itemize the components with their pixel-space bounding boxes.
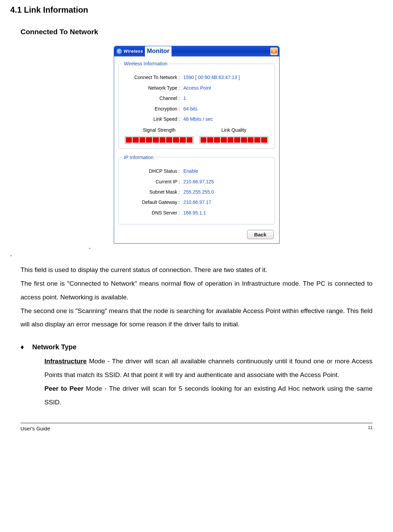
diamond-bullet-icon: ♦ — [21, 341, 24, 352]
subnet-value: 255.255.255.0 — [184, 188, 214, 196]
footer-page-number: 11 — [368, 425, 372, 433]
gateway-value: 210.66.97.17 — [184, 198, 212, 206]
encryption-value: 64 bits — [184, 105, 198, 113]
linkspeed-value: 48 Mbits / sec — [184, 115, 213, 123]
app-globe-icon — [116, 48, 122, 54]
dhcp-label: DHCP Status : — [122, 167, 184, 175]
channel-value: 1 — [184, 94, 186, 102]
linkspeed-label: Link Speed : — [122, 115, 184, 123]
wireless-info-group: Wireless Information Connect To Network … — [118, 60, 275, 149]
section-title: 4.1 Link Information — [10, 3, 383, 16]
peer-to-peer-paragraph: Peer to Peer Mode - The driver will scan… — [44, 382, 372, 409]
connect-label: Connect To Network : — [122, 74, 184, 81]
title-monitor: Monitor — [145, 46, 172, 56]
currentip-label: Current IP : — [122, 178, 184, 185]
back-button[interactable]: Back — [247, 230, 274, 239]
ip-info-legend: IP Information — [122, 154, 156, 161]
encryption-label: Encryption : — [122, 105, 184, 113]
channel-label: Channel : — [122, 94, 184, 102]
link-quality-meter — [200, 136, 268, 144]
peer-to-peer-run-in: Peer to Peer — [44, 385, 83, 392]
left-dash: - — [10, 252, 383, 259]
title-wireless: Wireless — [124, 48, 143, 55]
close-button[interactable]: × — [270, 48, 278, 55]
screenshot-figure: Wireless Monitor × Wireless Information … — [10, 46, 383, 244]
nettype-label: Network Type : — [122, 84, 184, 92]
signal-strength-label: Signal Strength — [143, 126, 176, 134]
signal-strength-meter — [125, 136, 193, 144]
link-quality-label: Link Quality — [221, 126, 246, 134]
connect-value: 1590 [ 00:90:4B:63:47:13 ] — [184, 74, 240, 81]
dns-label: DNS Server : — [122, 209, 184, 217]
gateway-label: Default Gateway : — [122, 198, 184, 206]
close-icon: × — [273, 48, 275, 55]
dhcp-value: Enable — [184, 167, 199, 175]
paragraph-2: The first one is "Connected to Network" … — [21, 277, 372, 304]
footer-guide-label: User's Guide — [21, 425, 50, 433]
paragraph-1: This field is used to display the curren… — [21, 263, 372, 277]
titlebar: Wireless Monitor × — [114, 46, 279, 56]
image-footnote-dash: - — [89, 244, 383, 252]
currentip-value: 210.66.97.125 — [184, 178, 214, 185]
wireless-monitor-window: Wireless Monitor × Wireless Information … — [114, 46, 280, 244]
paragraph-3: The second one is "Scanning" means that … — [21, 304, 372, 332]
nettype-value: Access Point — [184, 84, 211, 92]
subsection-title: Connected To Network — [21, 26, 383, 38]
infrastructure-run-in: Infrastructure — [44, 358, 87, 365]
wireless-info-legend: Wireless Information — [122, 60, 170, 67]
dns-value: 168.95.1.1 — [184, 209, 206, 217]
network-type-heading: Network Type — [32, 341, 77, 352]
infrastructure-mode-paragraph: Infrastructure Mode - The driver will sc… — [44, 354, 372, 382]
subnet-label: Subnet Mask : — [122, 188, 184, 196]
ip-info-group: IP Information DHCP Status : Enable Curr… — [118, 154, 275, 224]
footer-rule — [21, 423, 372, 423]
